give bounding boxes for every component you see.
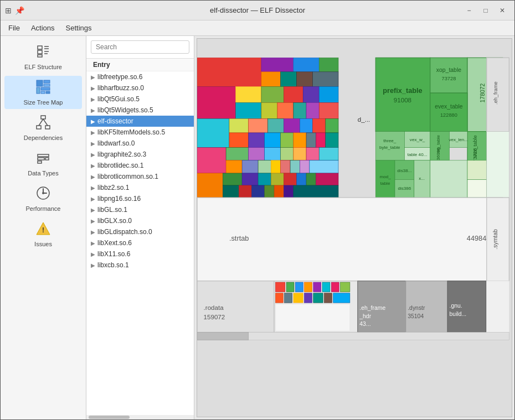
svg-rect-74 — [271, 160, 280, 173]
svg-rect-36 — [236, 86, 261, 102]
chevron-icon: ▶ — [91, 207, 95, 213]
svg-rect-93 — [284, 185, 293, 198]
chevron-icon: ▶ — [91, 141, 95, 147]
svg-rect-52 — [300, 118, 312, 133]
svg-rect-21 — [45, 158, 49, 160]
window-title: elf-dissector — ELF Dissector — [210, 6, 305, 14]
file-list-item[interactable]: ▶libbz2.so.1 — [86, 182, 194, 193]
svg-rect-40 — [303, 86, 319, 102]
treemap-container[interactable]: prefix_table 91008 xop_table 73728 17807… — [197, 38, 512, 417]
svg-rect-55 — [229, 133, 249, 148]
scrollbar-thumb[interactable] — [89, 416, 130, 419]
svg-rect-135 — [467, 180, 487, 198]
chevron-icon: ▶ — [91, 185, 95, 191]
svg-rect-50 — [268, 118, 284, 133]
file-list-item[interactable]: ▶libQt5Gui.so.5 — [86, 94, 194, 105]
titlebar-left-icons: ⊞ 📌 — [5, 6, 24, 15]
svg-rect-49 — [249, 118, 268, 133]
svg-text:122880: 122880 — [440, 112, 457, 118]
titlebar: ⊞ 📌 elf-dissector — ELF Dissector − □ ✕ — [1, 1, 514, 20]
svg-rect-157 — [305, 293, 312, 303]
svg-rect-29 — [293, 58, 319, 72]
main-panel: Entry ▶libfreetype.so.6▶libharfbuzz.so.0… — [86, 36, 514, 419]
file-list-item[interactable]: ▶libGLdispatch.so.0 — [86, 226, 194, 237]
file-list-item[interactable]: ▶libXext.so.6 — [86, 237, 194, 248]
window-controls: − □ ✕ — [461, 4, 510, 17]
minimize-button[interactable]: − — [461, 4, 477, 17]
svg-rect-33 — [297, 72, 313, 87]
menu-file[interactable]: File — [3, 22, 25, 34]
svg-text:table: table — [380, 181, 390, 186]
svg-text:d_...: d_... — [358, 116, 370, 123]
maximize-button[interactable]: □ — [478, 4, 493, 17]
sidebar-item-issues[interactable]: ! Issues — [4, 217, 82, 251]
svg-rect-54 — [326, 118, 338, 133]
menu-settings[interactable]: Settings — [60, 22, 97, 34]
file-list-item[interactable]: ▶libKF5ItemModels.so.5 — [86, 127, 194, 138]
svg-text:x...: x... — [419, 176, 425, 181]
file-list-item[interactable]: ▶libdwarf.so.0 — [86, 138, 194, 149]
file-list-item[interactable]: ▶elf-dissector — [86, 116, 194, 127]
svg-rect-160 — [333, 293, 350, 303]
svg-text:byte_table: byte_table — [379, 145, 400, 150]
svg-rect-60 — [306, 133, 316, 148]
svg-line-18 — [43, 119, 48, 126]
file-list-item[interactable]: ▶libharfbuzz.so.0 — [86, 82, 194, 94]
svg-text:!: ! — [42, 226, 44, 234]
svg-rect-148 — [295, 282, 303, 292]
svg-rect-65 — [249, 148, 265, 160]
file-list-item[interactable]: ▶libbrotlidec.so.1 — [86, 160, 194, 171]
svg-rect-7 — [37, 80, 43, 86]
sidebar-item-label: Performance — [26, 205, 61, 212]
menu-actions[interactable]: Actions — [25, 22, 60, 34]
svg-rect-159 — [325, 293, 332, 303]
svg-text:three_: three_ — [383, 138, 396, 143]
file-list-item[interactable]: ▶libX11.so.6 — [86, 248, 194, 260]
sidebar-item-label: ELF Structure — [24, 64, 62, 70]
chevron-icon: ▶ — [91, 262, 95, 268]
svg-rect-9 — [44, 84, 50, 86]
app-icon: ⊞ — [5, 6, 12, 15]
svg-rect-72 — [242, 160, 258, 173]
svg-rect-82 — [258, 173, 271, 185]
svg-rect-53 — [313, 118, 326, 133]
file-list-item[interactable]: ▶libGL.so.1 — [86, 204, 194, 215]
file-list-item[interactable]: ▶libfreetype.so.6 — [86, 71, 194, 82]
svg-rect-14 — [41, 116, 45, 119]
svg-text:43...: 43... — [359, 321, 370, 327]
file-list-item[interactable]: ▶libpng16.so.16 — [86, 193, 194, 204]
close-button[interactable]: ✕ — [495, 4, 510, 17]
svg-rect-136 — [487, 132, 509, 198]
svg-rect-57 — [265, 133, 281, 148]
file-list-item[interactable]: ▶libgraphite2.so.3 — [86, 149, 194, 160]
scrollbar[interactable] — [86, 415, 194, 419]
file-list-item[interactable]: ▶libbrotlicommon.so.1 — [86, 171, 194, 182]
sidebar-item-data-types[interactable]: Data Types — [4, 147, 82, 180]
chevron-icon: ▶ — [91, 74, 95, 80]
file-list-item[interactable]: ▶libxcb.so.1 — [86, 260, 194, 271]
svg-rect-66 — [265, 148, 281, 160]
sidebar-item-performance[interactable]: Performance — [4, 182, 82, 215]
chevron-icon: ▶ — [91, 229, 95, 235]
chevron-icon: ▶ — [91, 107, 95, 113]
svg-rect-83 — [271, 173, 284, 185]
svg-rect-32 — [281, 72, 297, 87]
sidebar-item-elf-structure[interactable]: ELF Structure — [4, 40, 82, 74]
search-input[interactable] — [91, 40, 189, 54]
file-list-item[interactable]: ▶libQt5Widgets.so.5 — [86, 105, 194, 116]
svg-rect-63 — [197, 148, 226, 173]
svg-point-24 — [42, 192, 44, 194]
file-list-item[interactable]: ▶libGLX.so.0 — [86, 215, 194, 226]
svg-rect-22 — [38, 161, 42, 163]
svg-rect-76 — [290, 160, 300, 173]
svg-rect-85 — [297, 173, 306, 185]
svg-text:178072: 178072 — [480, 83, 486, 102]
search-box — [86, 36, 194, 59]
svg-rect-153 — [340, 282, 349, 292]
sidebar-item-label: Issues — [34, 241, 52, 247]
svg-text:.gnu.: .gnu. — [450, 303, 462, 309]
sidebar-item-size-tree-map[interactable]: Size Tree Map — [4, 76, 82, 109]
chevron-icon: ▶ — [91, 129, 95, 136]
svg-rect-12 — [41, 91, 45, 94]
sidebar-item-dependencies[interactable]: Dependencies — [4, 111, 82, 144]
